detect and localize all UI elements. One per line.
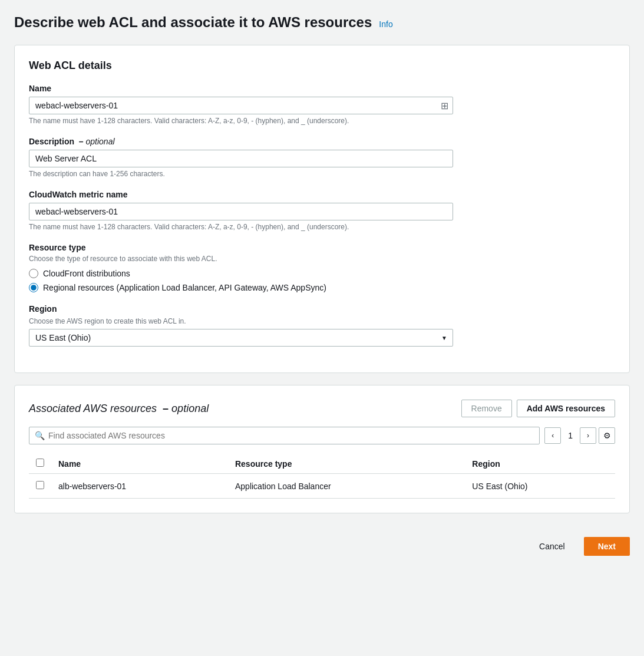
search-input[interactable]	[29, 427, 540, 444]
name-label: Name	[29, 84, 615, 93]
description-input[interactable]	[29, 150, 453, 167]
cloudfront-radio-label: CloudFront distributions	[43, 269, 130, 278]
cancel-button[interactable]: Cancel	[527, 537, 577, 556]
row-resource-type: Application Load Balancer	[228, 474, 465, 499]
name-hint: The name must have 1-128 characters. Val…	[29, 117, 615, 125]
web-acl-card-title: Web ACL details	[29, 60, 615, 72]
description-form-group: Description – optional The description c…	[29, 137, 615, 178]
resource-type-label: Resource type	[29, 243, 615, 252]
row-checkbox-col	[29, 474, 51, 499]
header-name: Name	[51, 454, 228, 474]
table-row: alb-webservers-01 Application Load Balan…	[29, 474, 615, 499]
associated-header: Associated AWS resources – optional Remo…	[29, 400, 615, 417]
radio-regional[interactable]: Regional resources (Application Load Bal…	[29, 283, 615, 292]
region-form-group: Region Choose the AWS region to create t…	[29, 304, 615, 347]
cloudwatch-hint: The name must have 1-128 characters. Val…	[29, 223, 615, 231]
page-title: Describe web ACL and associate it to AWS…	[14, 14, 372, 31]
name-input-wrapper: ⊞	[29, 97, 453, 114]
resources-table: Name Resource type Region alb-webservers…	[29, 454, 615, 499]
header-resource-type: Resource type	[228, 454, 465, 474]
description-label: Description – optional	[29, 137, 615, 146]
web-acl-details-card: Web ACL details Name ⊞ The name must hav…	[14, 45, 630, 373]
resource-type-form-group: Resource type Choose the type of resourc…	[29, 243, 615, 292]
table-header: Name Resource type Region	[29, 454, 615, 474]
page-footer: Cancel Next	[14, 528, 630, 556]
cloudwatch-label: CloudWatch metric name	[29, 190, 615, 199]
pagination: ‹ 1 › ⚙	[544, 427, 615, 444]
table-body: alb-webservers-01 Application Load Balan…	[29, 474, 615, 499]
radio-cloudfront[interactable]: CloudFront distributions	[29, 269, 615, 278]
next-button[interactable]: Next	[584, 537, 630, 556]
add-aws-resources-button[interactable]: Add AWS resources	[517, 400, 615, 417]
page-header: Describe web ACL and associate it to AWS…	[14, 14, 630, 31]
resource-type-description: Choose the type of resource to associate…	[29, 255, 615, 263]
remove-button[interactable]: Remove	[461, 400, 512, 417]
name-input[interactable]	[29, 97, 453, 114]
cloudfront-radio[interactable]	[29, 269, 38, 278]
header-checkbox-col	[29, 454, 51, 474]
cloudwatch-form-group: CloudWatch metric name The name must hav…	[29, 190, 615, 231]
page-number: 1	[563, 431, 577, 440]
search-wrapper: 🔍	[29, 427, 540, 444]
associated-title: Associated AWS resources – optional	[29, 403, 209, 415]
region-label: Region	[29, 304, 615, 314]
next-page-button[interactable]: ›	[580, 427, 596, 444]
region-select-wrapper: US East (Ohio) US East (N. Virginia) US …	[29, 329, 453, 347]
header-region: Region	[465, 454, 615, 474]
cloudwatch-input[interactable]	[29, 203, 453, 220]
regional-radio[interactable]	[29, 283, 38, 292]
row-region: US East (Ohio)	[465, 474, 615, 499]
prev-page-button[interactable]: ‹	[544, 427, 561, 444]
row-checkbox[interactable]	[36, 481, 44, 489]
select-all-checkbox[interactable]	[36, 459, 44, 467]
region-select[interactable]: US East (Ohio) US East (N. Virginia) US …	[29, 329, 453, 347]
search-row: 🔍 ‹ 1 › ⚙	[29, 427, 615, 444]
regional-radio-label: Regional resources (Application Load Bal…	[43, 283, 326, 292]
copy-icon[interactable]: ⊞	[441, 100, 448, 111]
name-form-group: Name ⊞ The name must have 1-128 characte…	[29, 84, 615, 125]
row-name: alb-webservers-01	[51, 474, 228, 499]
search-icon: 🔍	[35, 431, 45, 440]
settings-button[interactable]: ⚙	[599, 427, 615, 444]
description-optional-tag: optional	[85, 137, 114, 146]
info-link[interactable]: Info	[379, 19, 392, 29]
region-description: Choose the AWS region to create this web…	[29, 317, 615, 325]
description-hint: The description can have 1-256 character…	[29, 170, 615, 178]
table-header-row: Name Resource type Region	[29, 454, 615, 474]
associated-actions: Remove Add AWS resources	[461, 400, 615, 417]
associated-resources-card: Associated AWS resources – optional Remo…	[14, 385, 630, 513]
